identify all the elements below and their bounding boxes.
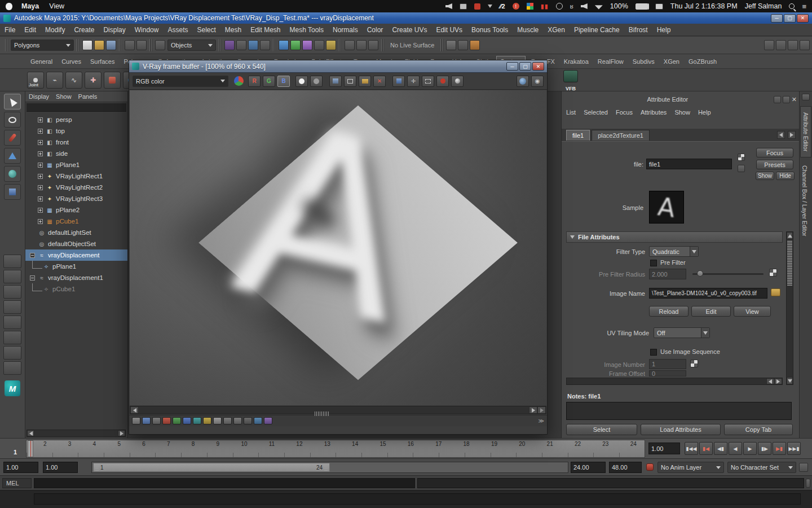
ae-hscrollbar[interactable] xyxy=(566,378,783,385)
menu-bonus-tools[interactable]: Bonus Tools xyxy=(467,24,513,36)
view-button[interactable]: View xyxy=(734,306,771,317)
play-backwards-button[interactable]: ◀ xyxy=(729,442,742,455)
time-slider[interactable]: 23456789101112131415161718192021222324 xyxy=(26,440,645,458)
outliner-item-defaultobjectset[interactable]: ◎defaultObjectSet xyxy=(25,238,127,249)
snap-plane-icon[interactable] xyxy=(314,40,324,50)
section-grip[interactable] xyxy=(119,39,122,51)
pre-filter-checkbox[interactable] xyxy=(650,260,657,266)
filter-type-dropdown[interactable]: Quadratic xyxy=(649,246,699,257)
menu-file[interactable]: File xyxy=(0,24,20,36)
ae-menu-show[interactable]: Show xyxy=(674,109,690,116)
section-grip[interactable] xyxy=(381,39,384,51)
mono-white-button[interactable] xyxy=(295,76,308,87)
duplicate-buffer-icon[interactable] xyxy=(344,76,356,87)
edit-button[interactable]: Edit xyxy=(691,306,731,317)
outliner-item-defaultlightset[interactable]: ◎defaultLightSet xyxy=(25,227,127,238)
vfb-footer-icc-icon[interactable] xyxy=(264,417,272,424)
notes-box[interactable] xyxy=(566,402,792,420)
tab-scroll-left-icon[interactable] xyxy=(777,131,785,139)
menu-modify[interactable]: Modify xyxy=(41,24,69,36)
notification-center-icon[interactable]: ≡ xyxy=(802,2,806,11)
render-settings-icon[interactable] xyxy=(470,40,480,50)
vfb-footer-exposure-icon[interactable] xyxy=(244,417,252,424)
green-channel-button[interactable]: G xyxy=(263,76,275,87)
vfb-titlebar[interactable]: V-Ray frame buffer - [100% of 960 x 540]… xyxy=(129,60,547,73)
tear-off-icon[interactable] xyxy=(783,96,790,103)
dock-layout-icon[interactable] xyxy=(802,94,810,100)
sidebar-tool-settings-toggle-icon[interactable] xyxy=(776,40,786,50)
mac-clock[interactable]: Thu Jul 2 1:16:38 PM xyxy=(670,2,738,10)
section-grip[interactable] xyxy=(339,39,342,51)
range-slider[interactable]: 1 24 xyxy=(91,462,568,473)
pause-icon[interactable]: ▮▮ xyxy=(541,3,549,10)
menu-create-uvs[interactable]: Create UVs xyxy=(387,24,431,36)
mac-user[interactable]: Jeff Salman xyxy=(745,2,782,10)
stop-render-icon[interactable] xyxy=(436,76,449,87)
layout-uv-editor-button[interactable] xyxy=(3,346,21,360)
expand-icon[interactable] xyxy=(38,219,43,224)
alert-icon[interactable]: ! xyxy=(513,3,519,10)
vray-frame-buffer-window[interactable]: V-Ray frame buffer - [100% of 960 x 540]… xyxy=(129,60,548,435)
shelf-tab-curves[interactable]: Curves xyxy=(58,56,85,67)
badge-icon[interactable] xyxy=(474,3,480,10)
vfb-footer-blue-icon[interactable] xyxy=(183,417,191,424)
layout-two-pane-button[interactable] xyxy=(3,285,21,299)
minimize-button[interactable]: ─ xyxy=(771,14,783,23)
layout-persp-outliner-button[interactable] xyxy=(3,300,21,314)
close-panel-icon[interactable]: ✕ xyxy=(792,96,797,103)
new-scene-icon[interactable] xyxy=(82,40,92,50)
set-key-icon[interactable] xyxy=(646,463,654,471)
outliner-item-pcube1[interactable]: ▦pCube1 xyxy=(25,216,127,227)
section-grip[interactable] xyxy=(77,39,80,51)
outliner-item-pplane2[interactable]: ▦pPlane2 xyxy=(25,204,127,216)
parallels-icon[interactable]: ⁄⁄2 xyxy=(500,3,505,10)
outliner-search-bar[interactable] xyxy=(27,103,126,112)
outliner-item-vraydisplacement1[interactable]: ≈vrayDisplacement1 xyxy=(25,272,127,283)
section-grip[interactable] xyxy=(5,39,8,51)
vfb-footer-red-icon[interactable] xyxy=(162,417,171,424)
use-image-sequence-checkbox[interactable] xyxy=(650,349,657,356)
outliner-menu-display[interactable]: Display xyxy=(29,93,49,100)
expand-icon[interactable] xyxy=(38,208,43,213)
open-folder-icon[interactable] xyxy=(359,76,371,87)
input-connections-icon[interactable] xyxy=(345,40,355,50)
menu-edit-uvs[interactable]: Edit UVs xyxy=(431,24,467,36)
menu-assets[interactable]: Assets xyxy=(163,24,192,36)
outliner-menu-show[interactable]: Show xyxy=(56,93,72,100)
layout-custom-button[interactable] xyxy=(3,361,21,375)
save-scene-icon[interactable] xyxy=(106,40,116,50)
expand-icon[interactable] xyxy=(38,163,43,168)
presets-button[interactable]: Presets xyxy=(756,160,793,169)
blue-channel-button[interactable]: B xyxy=(277,76,290,87)
go-to-start-button[interactable]: ▮◀◀ xyxy=(685,442,698,455)
selection-mask-dropdown[interactable]: Objects xyxy=(167,40,216,51)
outliner-item-persp[interactable]: ◧persp xyxy=(25,114,127,125)
menu-pipeline-cache[interactable]: Pipeline Cache xyxy=(570,24,624,36)
vfb-channel-dropdown[interactable]: RGB color xyxy=(133,76,228,87)
command-line-language-button[interactable]: MEL xyxy=(2,478,32,488)
expand-icon[interactable] xyxy=(38,117,43,122)
mono-gray-button[interactable] xyxy=(310,76,323,87)
section-grip[interactable] xyxy=(440,39,443,51)
reload-button[interactable]: Reload xyxy=(649,306,689,317)
sample-swatch[interactable]: A xyxy=(649,191,684,224)
current-time-field[interactable]: 1.00 xyxy=(648,443,680,454)
outliner-item-vraydisplacement[interactable]: ≈vrayDisplacement xyxy=(25,249,127,261)
shelf-icon-vfb[interactable]: VFB xyxy=(561,70,580,90)
menu-xgen[interactable]: XGen xyxy=(543,24,570,36)
menu-create[interactable]: Create xyxy=(69,24,99,36)
volume2-icon[interactable] xyxy=(581,3,588,9)
animation-start-field[interactable]: 1.00 xyxy=(3,462,38,473)
layout-single-pane-button[interactable] xyxy=(3,255,21,268)
select-faces-icon[interactable] xyxy=(248,40,258,50)
expand-icon[interactable] xyxy=(38,174,43,179)
expand-icon[interactable] xyxy=(38,151,43,156)
red-channel-button[interactable]: R xyxy=(248,76,261,87)
shelf-tab-xgen[interactable]: XGen xyxy=(660,56,683,67)
menu-bifrost[interactable]: Bifrost xyxy=(624,24,652,36)
menu-normals[interactable]: Normals xyxy=(328,24,363,36)
menu-help[interactable]: Help xyxy=(652,24,676,36)
menu-set-dropdown[interactable]: Polygons xyxy=(11,40,74,51)
expand-icon[interactable] xyxy=(38,196,43,202)
snap-curve-icon[interactable] xyxy=(290,40,301,50)
